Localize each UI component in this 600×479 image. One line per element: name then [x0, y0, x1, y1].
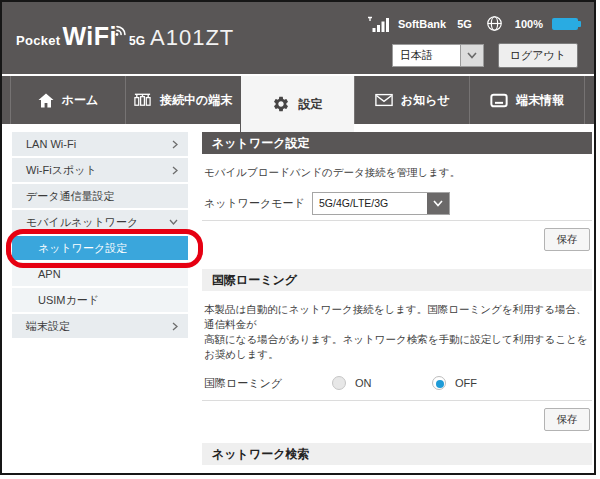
radio-dot — [436, 380, 444, 388]
chevron-down-icon[interactable] — [427, 193, 449, 214]
tab-label: ホーム — [62, 92, 99, 109]
sidebar-item-label: APN — [38, 268, 61, 280]
logo-pocket-text: Pocket — [16, 33, 60, 48]
sidebar-item-network-settings[interactable]: ネットワーク設定 — [12, 236, 188, 260]
carrier-name: SoftBank — [398, 18, 446, 30]
section-network-search: ネットワーク検索 ネットワーク検索モード 自動 手動 保存 — [202, 443, 592, 475]
header-controls: 日本語 ログアウト — [392, 43, 578, 68]
roaming-on-radio[interactable]: ON — [332, 376, 432, 390]
radio-label: ON — [355, 377, 372, 389]
section-description: 本製品は自動的にネットワーク接続をします。国際ローミングを利用する場合、通信料金… — [204, 302, 592, 362]
chevron-down-icon — [169, 219, 178, 225]
gear-icon — [272, 95, 290, 113]
sidebar-item-label: LAN Wi-Fi — [26, 138, 76, 150]
section-title: 国際ローミング — [202, 269, 592, 291]
save-row: 保存 — [202, 221, 592, 259]
radio-label: OFF — [455, 377, 477, 389]
section-roaming: 国際ローミング 本製品は自動的にネットワーク接続をします。国際ローミングを利用す… — [202, 269, 592, 439]
description-line: 高額になる場合があります。ネットワーク検索を手動に設定して利用することをお奨めし… — [204, 332, 592, 362]
sidebar-item-data-usage[interactable]: データ通信量設定 — [12, 184, 188, 208]
sidebar-item-wifi-spot[interactable]: Wi-Fiスポット — [12, 158, 188, 182]
tab-label: お知らせ — [401, 92, 450, 109]
battery-icon — [552, 18, 578, 30]
field-label: 国際ローミング — [202, 376, 332, 391]
tab-home[interactable]: ホーム — [10, 76, 125, 124]
radio-icon[interactable] — [332, 376, 346, 390]
tab-notifications[interactable]: お知らせ — [354, 76, 469, 124]
save-row: 保存 — [202, 401, 592, 439]
sidebar-item-device-settings[interactable]: 端末設定 — [12, 314, 188, 338]
save-button[interactable]: 保存 — [544, 408, 590, 431]
tab-settings[interactable]: 設定 — [240, 76, 355, 132]
radio-selected-icon[interactable] — [432, 376, 446, 390]
router-admin-window: Pocket WiFi 5G A101ZT SoftBank 5G 100% 日… — [0, 0, 596, 475]
battery-nub — [578, 21, 581, 27]
chevron-down-icon[interactable] — [460, 45, 483, 66]
device-info-icon — [490, 93, 508, 108]
sidebar-item-lan-wifi[interactable]: LAN Wi-Fi — [12, 132, 188, 156]
section-description: モバイルブロードバンドのデータ接続を管理します。 — [204, 165, 592, 180]
settings-sidebar: LAN Wi-Fi Wi-Fiスポット データ通信量設定 モバイルネットワーク … — [12, 132, 188, 340]
home-icon — [38, 93, 54, 108]
sidebar-item-label: USIMカード — [38, 293, 99, 308]
sidebar-item-mobile-network[interactable]: モバイルネットワーク — [12, 210, 188, 234]
logo-model-text: A101ZT — [150, 25, 234, 51]
section-title: ネットワーク設定 — [202, 132, 592, 154]
sidebar-item-label: データ通信量設定 — [26, 189, 115, 204]
network-mode-value: 5G/4G/LTE/3G — [313, 197, 388, 209]
sidebar-item-usim-card[interactable]: USIMカード — [12, 288, 188, 312]
logo-wifi-text: WiFi — [62, 22, 117, 51]
chevron-right-icon — [172, 166, 178, 175]
mail-icon — [375, 93, 393, 107]
nav-tabs: ホーム 接続中の端末 設定 お知らせ 端末情報 — [10, 76, 585, 124]
field-label: ネットワークモード — [202, 196, 312, 211]
chevron-right-icon — [172, 140, 178, 149]
chevron-right-icon — [172, 322, 178, 331]
battery-percent: 100% — [515, 18, 543, 30]
section-title: ネットワーク検索 — [202, 443, 592, 465]
network-search-row: ネットワーク検索モード 自動 手動 — [202, 473, 592, 475]
language-select[interactable]: 日本語 — [392, 44, 484, 67]
logout-button[interactable]: ログアウト — [498, 43, 578, 68]
logo-5g-text: 5G — [129, 34, 145, 48]
roaming-off-radio[interactable]: OFF — [432, 376, 532, 390]
tab-label: 接続中の端末 — [160, 92, 232, 109]
main-nav-bar: ホーム 接続中の端末 設定 お知らせ 端末情報 — [2, 76, 594, 124]
status-indicators: SoftBank 5G 100% — [367, 14, 578, 33]
globe-icon — [485, 14, 504, 33]
language-select-value: 日本語 — [393, 48, 433, 63]
section-network-settings: ネットワーク設定 モバイルブロードバンドのデータ接続を管理します。 ネットワーク… — [202, 132, 592, 259]
network-mode-row: ネットワークモード 5G/4G/LTE/3G — [202, 190, 592, 216]
brand-logo: Pocket WiFi 5G A101ZT — [16, 22, 234, 51]
network-mode-select[interactable]: 5G/4G/LTE/3G — [312, 192, 450, 215]
sidebar-item-label: ネットワーク設定 — [38, 241, 127, 256]
roaming-row: 国際ローミング ON OFF — [202, 370, 592, 396]
signal-strength-icon — [367, 16, 389, 32]
sidebar-item-apn[interactable]: APN — [12, 262, 188, 286]
tab-device-info[interactable]: 端末情報 — [469, 76, 585, 124]
tab-label: 端末情報 — [516, 92, 564, 109]
top-header-bar: Pocket WiFi 5G A101ZT SoftBank 5G 100% 日… — [2, 2, 594, 74]
description-line: 本製品は自動的にネットワーク接続をします。国際ローミングを利用する場合、通信料金… — [204, 302, 592, 332]
settings-content: ネットワーク設定 モバイルブロードバンドのデータ接続を管理します。 ネットワーク… — [202, 132, 592, 475]
tab-connected-devices[interactable]: 接続中の端末 — [125, 76, 240, 124]
save-button[interactable]: 保存 — [544, 228, 590, 251]
sidebar-item-label: Wi-Fiスポット — [26, 163, 97, 178]
network-type: 5G — [457, 18, 472, 30]
tab-label: 設定 — [298, 96, 322, 113]
sidebar-item-label: モバイルネットワーク — [26, 215, 138, 230]
connected-devices-icon — [133, 92, 152, 108]
sidebar-item-label: 端末設定 — [26, 319, 70, 334]
wifi-waves-icon — [114, 14, 128, 43]
